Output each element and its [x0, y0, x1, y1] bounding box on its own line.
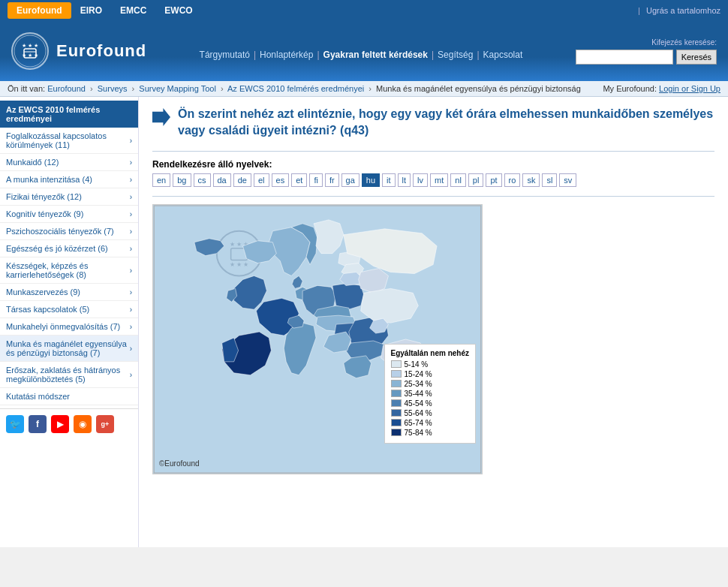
- breadcrumb-link-survey-mapping[interactable]: Survey Mapping Tool: [139, 84, 216, 93]
- legend-color-1: [391, 360, 402, 368]
- googleplus-icon[interactable]: g+: [96, 415, 114, 433]
- breadcrumb-link-eurofound[interactable]: Eurofound: [47, 84, 86, 93]
- legend-item-7: 65-74 %: [391, 419, 469, 427]
- search-input[interactable]: [576, 50, 673, 65]
- lang-btn-bg[interactable]: bg: [173, 173, 191, 187]
- europe-map-container: ★ ★ ★ ★ ★ ★: [152, 204, 483, 474]
- legend-title: Egyáltalán nem nehéz: [391, 349, 469, 357]
- lang-btn-fr[interactable]: fr: [325, 173, 339, 187]
- lang-btn-it[interactable]: it: [382, 173, 396, 187]
- lang-btn-et[interactable]: et: [291, 173, 307, 187]
- lang-btn-ga[interactable]: ga: [341, 173, 359, 187]
- sidebar-item-4[interactable]: Fizikai tényezők (12) ›: [0, 188, 138, 206]
- youtube-icon[interactable]: ▶: [51, 415, 69, 433]
- sidebar-item-13[interactable]: Erőszak, zaklatás és hátrányos megkülönb…: [0, 362, 138, 388]
- legend-color-4: [391, 390, 402, 397]
- login-signup-link[interactable]: Login or Sign Up: [659, 84, 720, 93]
- language-section: Rendelkezésre álló nyelvek: enbgcsdadeel…: [152, 159, 714, 187]
- legend-item-5: 45-54 %: [391, 399, 469, 408]
- lang-btn-hu[interactable]: hu: [362, 173, 380, 187]
- sidebar-item-8[interactable]: Készségek, képzés és karrierlehetőségek …: [0, 257, 138, 284]
- top-nav-item-ewco[interactable]: EWCO: [155, 2, 201, 19]
- sidebar: Az EWCS 2010 felmérés eredményei Foglalk…: [0, 97, 139, 547]
- nav-tergymutato[interactable]: Tárgymutató: [200, 50, 250, 60]
- lang-btn-pl[interactable]: pl: [468, 173, 484, 187]
- chevron-right-icon: ›: [130, 288, 132, 297]
- sidebar-item-14[interactable]: Kutatási módszer: [0, 388, 138, 405]
- lang-btn-sl[interactable]: sl: [542, 173, 557, 187]
- chevron-right-icon: ›: [130, 137, 132, 145]
- breadcrumb-bar: Ön itt van: Eurofound › Surveys › Survey…: [0, 81, 728, 97]
- chevron-right-icon: ›: [130, 227, 132, 236]
- main-content: Ön szerint nehéz azt elintéznie, hogy eg…: [139, 97, 728, 547]
- divider: [152, 151, 714, 152]
- sidebar-item-5[interactable]: Kognitív tényezők (9) ›: [0, 206, 138, 223]
- chevron-right-icon: ›: [130, 210, 132, 218]
- svg-text:★ ★ ★: ★ ★ ★: [22, 53, 38, 58]
- lang-btn-el[interactable]: el: [254, 173, 269, 187]
- sidebar-item-10[interactable]: Társas kapcsolatok (5) ›: [0, 301, 138, 318]
- nav-gyik[interactable]: Gyakran feltett kérdések: [323, 50, 428, 60]
- legend-color-8: [391, 429, 402, 436]
- chevron-right-icon: ›: [130, 371, 132, 379]
- facebook-icon[interactable]: f: [29, 415, 47, 433]
- lang-btn-pt[interactable]: pt: [486, 173, 501, 187]
- chevron-right-icon: ›: [130, 266, 132, 275]
- map-copyright: ©Eurofound: [159, 459, 200, 468]
- legend-item-2: 15-24 %: [391, 370, 469, 378]
- nav-honlapterkep[interactable]: Honlaptérkép: [260, 50, 313, 60]
- logo-area: ★ ★ ★ ★ ★ ★ Eurofound: [11, 32, 146, 70]
- lang-btn-ro[interactable]: ro: [504, 173, 521, 187]
- search-button[interactable]: Keresés: [676, 50, 717, 65]
- sidebar-item-3[interactable]: A munka intenzitása (4) ›: [0, 171, 138, 188]
- lang-btn-nl[interactable]: nl: [450, 173, 466, 187]
- nav-kapcsolat[interactable]: Kapcsolat: [483, 50, 523, 60]
- search-label: Kifejezés keresése:: [651, 38, 717, 47]
- lang-btn-sv[interactable]: sv: [559, 173, 576, 187]
- lang-btn-en[interactable]: en: [152, 173, 170, 187]
- header-navigation: Tárgymutató | Honlaptérkép | Gyakran fel…: [146, 42, 575, 60]
- lang-btn-lv[interactable]: lv: [413, 173, 428, 187]
- rss-icon[interactable]: ◉: [74, 415, 92, 433]
- sidebar-item-2[interactable]: Munkaidő (12) ›: [0, 154, 138, 171]
- legend-color-5: [391, 399, 402, 407]
- lang-btn-es[interactable]: es: [272, 173, 290, 187]
- legend-color-2: [391, 370, 402, 378]
- legend-item-8: 75-84 %: [391, 429, 469, 437]
- chevron-right-icon: ›: [130, 345, 132, 353]
- chevron-right-icon: ›: [130, 245, 132, 253]
- sidebar-item-12[interactable]: Munka és magánélet egyensúlya és pénzügy…: [0, 336, 138, 362]
- lang-btn-mt[interactable]: mt: [430, 173, 448, 187]
- lang-btn-cs[interactable]: cs: [194, 173, 211, 187]
- sidebar-item-9[interactable]: Munkaszervezés (9) ›: [0, 284, 138, 301]
- top-nav-item-eiro[interactable]: EIRO: [71, 2, 111, 19]
- legend-item-3: 25-34 %: [391, 380, 469, 388]
- lang-btn-fi[interactable]: fi: [309, 173, 323, 187]
- language-label: Rendelkezésre álló nyelvek:: [152, 159, 714, 170]
- sidebar-active-item[interactable]: Az EWCS 2010 felmérés eredményei: [0, 101, 138, 128]
- lang-btn-lt[interactable]: lt: [398, 173, 411, 187]
- nav-segitseg[interactable]: Segítség: [438, 50, 473, 60]
- lang-btn-sk[interactable]: sk: [522, 173, 540, 187]
- sidebar-item-11[interactable]: Munkahelyi önmegvalósítás (7) ›: [0, 318, 138, 336]
- lang-btn-de[interactable]: de: [233, 173, 251, 187]
- social-icons-row: 🐦 f ▶ ◉ g+: [0, 408, 138, 439]
- breadcrumb-link-ewcs[interactable]: Az EWCS 2010 felmérés eredményei: [227, 84, 364, 93]
- sidebar-item-7[interactable]: Egészség és jó közérzet (6) ›: [0, 240, 138, 257]
- map-legend: Egyáltalán nem nehéz 5-14 % 15-24 % 25-3…: [384, 344, 476, 444]
- skip-to-content-link[interactable]: Ugrás a tartalomhoz: [646, 6, 720, 15]
- top-nav-item-eurofound[interactable]: Eurofound: [8, 2, 71, 19]
- lang-btn-da[interactable]: da: [213, 173, 231, 187]
- chevron-right-icon: ›: [130, 158, 132, 167]
- my-eurofound-area: My Eurofound: Login or Sign Up: [603, 84, 720, 93]
- top-nav-item-emcc[interactable]: EMCC: [111, 2, 155, 19]
- language-buttons: enbgcsdadeelesetfifrgahuitltlvmtnlplptro…: [152, 173, 714, 187]
- sidebar-item-1[interactable]: Foglalkozással kapcsolatos körülmények (…: [0, 128, 138, 154]
- chevron-right-icon: ›: [130, 323, 132, 331]
- search-area: Kifejezés keresése: Keresés: [576, 38, 717, 65]
- legend-item-1: 5-14 %: [391, 360, 469, 369]
- twitter-icon[interactable]: 🐦: [6, 415, 24, 433]
- legend-color-7: [391, 419, 402, 426]
- breadcrumb-link-surveys[interactable]: Surveys: [98, 84, 128, 93]
- sidebar-item-6[interactable]: Pszichoszociális tényezők (7) ›: [0, 223, 138, 240]
